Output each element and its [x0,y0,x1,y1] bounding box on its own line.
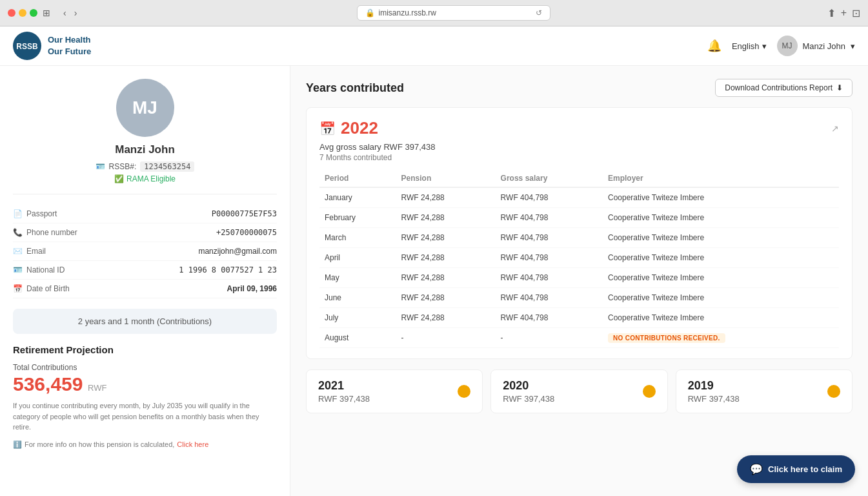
claim-button-label: Click here to claim [768,464,842,474]
table-header-row: Period Pension Gross salary Employer [319,170,839,187]
cell-period: August [319,328,396,348]
table-row: JanuaryRWF 24,288RWF 404,798Cooperative … [319,187,839,208]
cell-employer: Cooperative Twiteze Imbere [603,248,839,268]
dob-value: April 09, 1996 [227,284,277,293]
cell-pension: RWF 24,288 [396,208,496,228]
browser-actions: ⬆ + ⊡ [827,7,860,19]
national-id-label: 🪪 National ID [13,265,65,274]
user-menu[interactable]: MJ Manzi John ▾ [777,36,855,56]
info-icon: ℹ️ [13,440,22,449]
cell-period: June [319,288,396,308]
year-summary-row: 2021 RWF 397,438 2020 RWF 397,438 2019 [306,369,853,413]
cell-pension: RWF 24,288 [396,187,496,208]
browser-chrome: ⊞ ‹ › 🔒 imisanzu.rssb.rw ↺ ⬆ + ⊡ [0,0,868,26]
profile-info-grid: 📄 Passport P00000775E7F53 📞 Phone number… [13,205,277,298]
cell-period: March [319,228,396,248]
topbar: RSSB Our Health Our Future 🔔 English ▾ M… [0,26,868,66]
year-2022-expand-button[interactable]: ↗ [831,123,839,134]
download-btn-label: Download Contributions Report [725,83,833,92]
year-2020-card: 2020 RWF 397,438 [490,369,667,413]
contributions-bar: 2 years and 1 month (Contributions) [13,309,277,334]
total-amount-row: 536,459 RWF [13,373,277,395]
chevron-down-icon: ▾ [762,41,767,51]
cell-period: April [319,248,396,268]
year-2019-info: 2019 RWF 397,438 [688,379,740,404]
retirement-title: Retirement Projection [13,344,277,355]
fullscreen-dot[interactable] [30,9,37,17]
cell-gross: RWF 404,798 [496,208,603,228]
dob-row: 📅 Date of Birth April 09, 1996 [13,280,277,298]
close-dot[interactable] [8,9,15,17]
total-currency: RWF [88,383,106,393]
new-tab-button[interactable]: + [841,7,847,19]
rama-badge: ✅ RAMA Eligible [114,174,176,183]
phone-label: 📞 Phone number [13,228,77,237]
cell-pension: - [396,328,496,348]
cell-employer: Cooperative Twiteze Imbere [603,228,839,248]
rama-label: RAMA Eligible [126,174,176,183]
cell-period: July [319,308,396,328]
browser-nav: ‹ › [61,6,79,19]
click-here-link[interactable]: Click here [177,440,208,448]
year-2021-dot [458,385,470,398]
language-label: English [732,41,760,51]
claim-button[interactable]: 💬 Click here to claim [737,455,855,483]
national-id-row: 🪪 National ID 1 1996 8 0077527 1 23 [13,261,277,280]
rssb-number: 1234563254 [140,161,194,172]
national-id-value: 1 1996 8 0077527 1 23 [179,265,277,274]
year-2020-dot [643,385,656,398]
download-button[interactable]: Download Contributions Report ⬇ [715,79,853,97]
share-button[interactable]: ⬆ [827,7,836,19]
email-row: ✉️ Email manzijohn@gmail.com [13,242,277,261]
email-icon: ✉️ [13,247,23,256]
col-employer: Employer [603,170,839,187]
back-button[interactable]: ‹ [61,6,69,19]
logo-image: RSSB [13,32,41,60]
minimize-dot[interactable] [19,9,26,17]
cell-employer: Cooperative Twiteze Imbere [603,187,839,208]
cell-pension: RWF 24,288 [396,248,496,268]
cell-gross: RWF 404,798 [496,248,603,268]
url-box[interactable]: 🔒 imisanzu.rssb.rw ↺ [357,5,550,21]
left-panel: MJ Manzi John 🪪 RSSB#: 1234563254 ✅ RAMA… [0,66,290,496]
year-2019-dot [827,385,840,398]
tab-overview-button[interactable]: ⊡ [852,7,860,19]
id-card-icon: 🪪 [96,162,105,171]
calendar-icon: 📅 [13,284,23,293]
col-period: Period [319,170,396,187]
year-2021-info: 2021 RWF 397,438 [318,379,370,404]
passport-icon: 📄 [13,209,23,218]
total-amount: 536,459 [13,373,83,395]
cell-period: February [319,208,396,228]
forward-button[interactable]: › [72,6,80,19]
sidebar-toggle-button[interactable]: ⊞ [43,8,50,18]
table-row: MarchRWF 24,288RWF 404,798Cooperative Tw… [319,228,839,248]
year-2020-info: 2020 RWF 397,438 [503,379,554,404]
address-bar-container: 🔒 imisanzu.rssb.rw ↺ [85,5,822,21]
profile-name: Manzi John [115,143,175,156]
table-row: MayRWF 24,288RWF 404,798Cooperative Twit… [319,268,839,288]
language-selector[interactable]: English ▾ [732,41,767,51]
cell-employer: Cooperative Twiteze Imbere [603,208,839,228]
email-label: ✉️ Email [13,247,46,256]
cell-gross: RWF 404,798 [496,187,603,208]
cell-employer: Cooperative Twiteze Imbere [603,288,839,308]
avatar: MJ [777,36,798,56]
logo: RSSB Our Health Our Future [13,32,91,60]
year-2019-card: 2019 RWF 397,438 [676,369,853,413]
reload-icon[interactable]: ↺ [536,8,542,17]
year-2021-card: 2021 RWF 397,438 [306,369,483,413]
cell-pension: RWF 24,288 [396,228,496,248]
rssb-logo-icon: RSSB [15,34,39,57]
cell-pension: RWF 24,288 [396,288,496,308]
retirement-section: Retirement Projection Total Contribution… [13,344,277,449]
calendar-2022-icon: 📅 [319,121,336,136]
logo-text: Our Health Our Future [48,34,91,57]
user-name: Manzi John [803,41,845,51]
user-chevron-icon: ▾ [851,41,855,51]
notification-button[interactable]: 🔔 [707,39,722,53]
year-2019-num: 2019 [688,379,740,393]
total-contrib-label: Total Contributions [13,363,277,372]
no-contributions-badge: NO CONTRIBUTIONS RECEIVED. [608,333,725,343]
cell-pension: RWF 24,288 [396,268,496,288]
